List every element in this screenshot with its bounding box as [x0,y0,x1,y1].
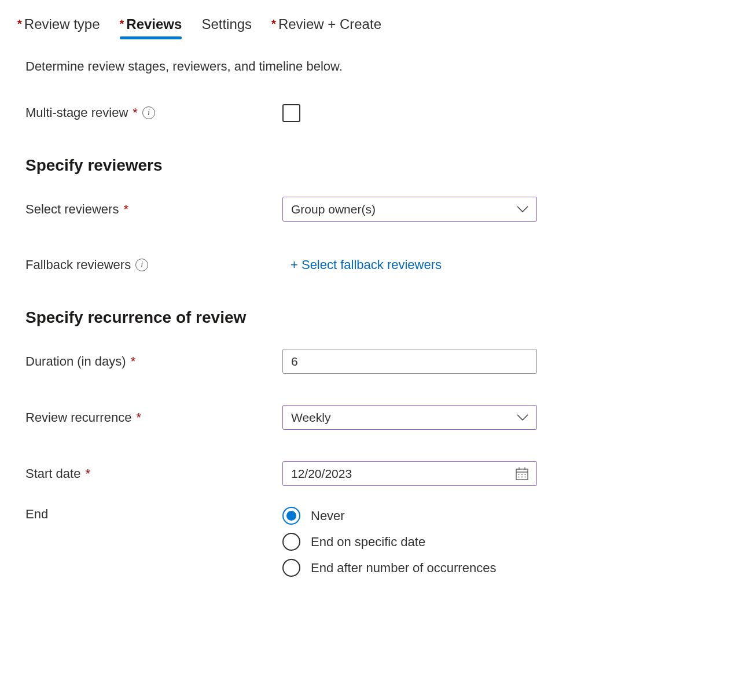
row-end: End Never End on specific date End after… [25,507,561,577]
page-description: Determine review stages, reviewers, and … [17,59,733,74]
label-recurrence: Review recurrence * [25,410,282,425]
svg-point-9 [525,476,526,477]
label-text: Duration (in days) [25,354,126,369]
row-fallback-reviewers: Fallback reviewers i + Select fallback r… [25,253,561,277]
radio-label: Never [311,509,345,524]
svg-point-8 [521,476,523,477]
label-text: Fallback reviewers [25,257,131,272]
label-select-reviewers: Select reviewers * [25,202,282,217]
duration-input[interactable] [291,355,528,369]
label-text: Multi-stage review [25,105,128,120]
svg-point-4 [519,474,520,475]
select-value: Group owner(s) [291,202,376,216]
select-value: Weekly [291,411,330,425]
date-value: 12/20/2023 [291,467,352,481]
label-text: Review recurrence [25,410,131,425]
chevron-down-icon [517,205,528,213]
start-date-input[interactable]: 12/20/2023 [282,461,537,486]
select-reviewers-dropdown[interactable]: Group owner(s) [282,197,537,222]
radio-end-never[interactable]: Never [282,507,537,525]
multi-stage-checkbox[interactable] [282,104,300,122]
heading-specify-reviewers: Specify reviewers [25,156,561,175]
select-fallback-link[interactable]: + Select fallback reviewers [282,257,442,272]
radio-end-specific-date[interactable]: End on specific date [282,533,537,551]
recurrence-dropdown[interactable]: Weekly [282,405,537,430]
tab-reviews[interactable]: * Reviews [120,16,182,37]
radio-indicator [282,507,300,525]
tab-settings[interactable]: Settings [201,16,252,37]
row-multi-stage: Multi-stage review * i [25,101,561,125]
end-radio-group: Never End on specific date End after num… [282,507,537,577]
label-end: End [25,507,282,522]
info-icon[interactable]: i [135,259,148,271]
label-fallback-reviewers: Fallback reviewers i [25,257,282,272]
row-recurrence: Review recurrence * Weekly [25,405,561,430]
row-duration: Duration (in days) * [25,349,561,374]
label-text: End [25,507,48,522]
calendar-icon[interactable] [516,467,528,480]
svg-point-5 [521,474,523,475]
row-select-reviewers: Select reviewers * Group owner(s) [25,197,561,222]
label-multi-stage: Multi-stage review * i [25,105,282,120]
tab-label: Review type [24,16,100,32]
duration-input-wrapper [282,349,537,374]
radio-label: End after number of occurrences [311,561,496,576]
label-text: Start date [25,466,80,481]
label-start-date: Start date * [25,466,282,481]
svg-point-7 [519,476,520,477]
label-duration: Duration (in days) * [25,354,282,369]
tab-review-create[interactable]: * Review + Create [271,16,381,37]
tab-review-type[interactable]: * Review type [17,16,100,37]
chevron-down-icon [517,414,528,422]
heading-specify-recurrence: Specify recurrence of review [25,308,561,327]
tabs-bar: * Review type * Reviews Settings * Revie… [17,16,733,37]
tab-label: Settings [201,16,252,32]
radio-label: End on specific date [311,535,425,550]
row-start-date: Start date * 12/20/2023 [25,461,561,486]
label-text: Select reviewers [25,202,119,217]
form-section: Multi-stage review * i Specify reviewers… [17,101,561,577]
tab-label: Review + Create [278,16,381,32]
tab-label: Reviews [126,16,182,32]
radio-end-occurrences[interactable]: End after number of occurrences [282,559,537,577]
radio-indicator [282,559,300,577]
info-icon[interactable]: i [142,106,155,119]
radio-indicator [282,533,300,551]
svg-point-6 [525,474,526,475]
